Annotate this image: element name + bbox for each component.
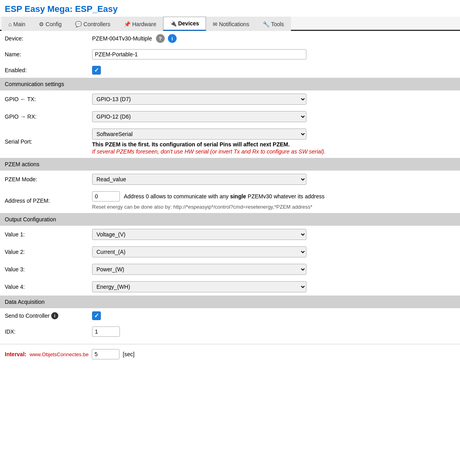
address-bold: single <box>230 193 246 200</box>
gpio-rx-row: GPIO → RX: GPIO-12 (D6) <box>0 108 460 125</box>
gpio-tx-select[interactable]: GPIO-13 (D7) <box>92 94 306 105</box>
device-label: Device: <box>0 31 87 46</box>
gpio-tx-row: GPIO ← TX: GPIO-13 (D7) <box>0 90 460 108</box>
data-section-header: Data Acquisition <box>0 296 460 308</box>
value4-value-cell: Energy_(WH) <box>87 278 460 296</box>
serial-warning1: This PZEM is the first. Its configuratio… <box>92 141 455 148</box>
help-button[interactable]: ? <box>156 34 165 43</box>
address-row: Address of PZEM: Address 0 allows to com… <box>0 188 460 213</box>
idx-label: IDX: <box>0 323 87 340</box>
pzem-section-label: PZEM actions <box>0 158 460 171</box>
idx-row: IDX: <box>0 323 460 340</box>
notifications-icon: ✉ <box>213 21 217 27</box>
enabled-label: Enabled: <box>0 63 87 78</box>
send-controller-info-icon: i <box>51 312 58 319</box>
pzem-mode-value-cell: Read_value <box>87 171 460 188</box>
address-input-group: Address 0 allows to communicate with any… <box>92 191 455 202</box>
nav-tools[interactable]: 🔧 Tools <box>256 17 291 31</box>
config-icon: ⚙ <box>39 21 44 27</box>
output-section-label: Output Configuration <box>0 213 460 226</box>
nav-controllers[interactable]: 💬 Controllers <box>68 17 117 31</box>
send-controller-label-cell: Send to Controller i <box>0 308 87 323</box>
nav-devices[interactable]: 🔌 Devices <box>163 17 206 31</box>
send-controller-row: Send to Controller i <box>0 308 460 323</box>
main-nav: ⌂ Main ⚙ Config 💬 Controllers 📌 Hardware… <box>0 17 460 31</box>
tools-icon: 🔧 <box>263 21 269 27</box>
enabled-row: Enabled: <box>0 63 460 78</box>
hardware-icon: 📌 <box>124 21 131 27</box>
serial-port-value-cell: SoftwareSerial This PZEM is the first. I… <box>87 125 460 158</box>
value3-row: Value 3: Power_(W) <box>0 261 460 278</box>
serial-port-select[interactable]: SoftwareSerial <box>92 129 306 140</box>
name-value-cell <box>87 46 460 63</box>
pzem-mode-select[interactable]: Read_value <box>92 174 306 185</box>
gpio-rx-select[interactable]: GPIO-12 (D6) <box>92 111 306 122</box>
value2-value-cell: Current_(A) <box>87 243 460 261</box>
value2-select[interactable]: Current_(A) <box>92 246 306 257</box>
gpio-tx-label: GPIO ← TX: <box>0 90 87 108</box>
device-value: PZEM-004Tv30-Multiple <box>92 35 152 42</box>
send-controller-value-cell <box>87 308 460 323</box>
serial-warning2: If several PZEMs foreseen, don't use HW … <box>92 148 455 155</box>
value4-label: Value 4: <box>0 278 87 296</box>
value1-label: Value 1: <box>0 226 87 243</box>
serial-port-label: Serial Port: <box>0 125 87 158</box>
value4-row: Value 4: Energy_(WH) <box>0 278 460 296</box>
form-table: Device: PZEM-004Tv30-Multiple ? i Name: … <box>0 31 460 340</box>
idx-value-cell <box>87 323 460 340</box>
value1-row: Value 1: Voltage_(V) <box>0 226 460 243</box>
nav-notifications[interactable]: ✉ Notifications <box>206 17 256 31</box>
value3-value-cell: Power_(W) <box>87 261 460 278</box>
serial-port-row: Serial Port: SoftwareSerial This PZEM is… <box>0 125 460 158</box>
enabled-value-cell <box>87 63 460 78</box>
send-controller-label-group: Send to Controller i <box>5 312 83 319</box>
value2-label: Value 2: <box>0 243 87 261</box>
interval-input[interactable] <box>92 349 119 359</box>
controllers-icon: 💬 <box>75 21 82 27</box>
name-row: Name: <box>0 46 460 63</box>
info-button[interactable]: i <box>168 34 177 43</box>
send-controller-text: Send to Controller <box>5 313 50 319</box>
interval-url: www.ObjetsConnectes.be <box>29 351 89 357</box>
output-section-header: Output Configuration <box>0 213 460 226</box>
reset-info: Reset energy can be done also by: http:/… <box>92 204 455 210</box>
address-input[interactable] <box>92 191 120 202</box>
pzem-section-header: PZEM actions <box>0 158 460 171</box>
value3-select[interactable]: Power_(W) <box>92 264 306 275</box>
main-icon: ⌂ <box>8 21 12 27</box>
nav-hardware[interactable]: 📌 Hardware <box>117 17 163 31</box>
enabled-checkbox[interactable] <box>92 66 101 75</box>
devices-icon: 🔌 <box>170 20 177 27</box>
device-row: Device: PZEM-004Tv30-Multiple ? i <box>0 31 460 46</box>
interval-label: Interval: <box>5 351 26 357</box>
value1-value-cell: Voltage_(V) <box>87 226 460 243</box>
comm-section-label: Communication settings <box>0 78 460 90</box>
comm-section-header: Communication settings <box>0 78 460 90</box>
app-title: ESP Easy Mega: ESP_Easy <box>0 0 460 17</box>
main-content: Device: PZEM-004Tv30-Multiple ? i Name: … <box>0 31 460 364</box>
nav-config[interactable]: ⚙ Config <box>32 17 68 31</box>
address-label: Address of PZEM: <box>0 188 87 213</box>
pzem-mode-label: PZEM Mode: <box>0 171 87 188</box>
value2-row: Value 2: Current_(A) <box>0 243 460 261</box>
value1-select[interactable]: Voltage_(V) <box>92 229 306 240</box>
footer-row: Interval: www.ObjetsConnectes.be [sec] <box>0 344 460 364</box>
pzem-mode-row: PZEM Mode: Read_value <box>0 171 460 188</box>
device-value-cell: PZEM-004Tv30-Multiple ? i <box>87 31 460 46</box>
name-input[interactable] <box>92 49 306 60</box>
interval-unit: [sec] <box>123 351 135 357</box>
gpio-rx-label: GPIO → RX: <box>0 108 87 125</box>
value4-select[interactable]: Energy_(WH) <box>92 281 306 292</box>
gpio-rx-value-cell: GPIO-12 (D6) <box>87 108 460 125</box>
nav-main[interactable]: ⌂ Main <box>2 17 32 31</box>
gpio-tx-value-cell: GPIO-13 (D7) <box>87 90 460 108</box>
idx-input[interactable] <box>92 326 120 337</box>
name-label: Name: <box>0 46 87 63</box>
data-section-label: Data Acquisition <box>0 296 460 308</box>
address-info: Address 0 allows to communicate with any… <box>124 193 325 200</box>
value3-label: Value 3: <box>0 261 87 278</box>
send-controller-checkbox[interactable] <box>92 311 101 320</box>
address-value-cell: Address 0 allows to communicate with any… <box>87 188 460 213</box>
